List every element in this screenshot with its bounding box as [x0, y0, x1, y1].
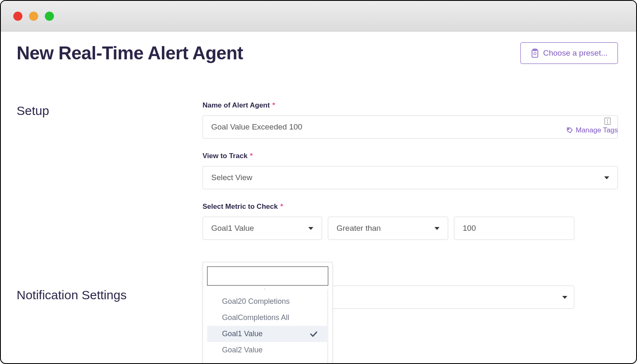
metric-select[interactable]: Goal1 Value	[203, 217, 322, 240]
metric-row: Goal1 Value Greater than	[203, 217, 618, 240]
preset-icon	[531, 49, 539, 58]
option-label: GoalCompletions All	[222, 313, 289, 322]
scroll-up-arrow-icon	[328, 290, 329, 292]
required-asterisk: *	[272, 101, 275, 110]
manage-tags-text: Manage Tags	[576, 126, 618, 134]
page-header: New Real-Time Alert Agent Choose a prese…	[17, 42, 618, 64]
dropdown-option[interactable]: Goal3 Value	[207, 358, 328, 363]
notification-section-label: Notification Settings	[17, 286, 203, 309]
view-to-track-field: View to Track * Select View	[203, 152, 618, 189]
tag-icon	[566, 127, 573, 134]
option-label: Goal19 Completions	[222, 289, 290, 290]
dropdown-option-selected[interactable]: Goal1 Value	[207, 326, 328, 342]
dropdown-search-input[interactable]	[207, 266, 328, 286]
metric-dropdown-panel: Goal19 Completions Goal20 Completions Go…	[203, 262, 333, 363]
content-area: New Real-Time Alert Agent Choose a prese…	[1, 32, 636, 363]
dropdown-option[interactable]: Goal19 Completions	[207, 289, 328, 293]
page-title: New Real-Time Alert Agent	[17, 43, 243, 64]
svg-point-4	[607, 122, 608, 123]
view-label: View to Track *	[203, 152, 618, 160]
required-asterisk: *	[280, 203, 283, 211]
dropdown-list: Goal19 Completions Goal20 Completions Go…	[207, 289, 328, 363]
titlebar	[1, 1, 636, 32]
view-select[interactable]: Select View	[203, 166, 618, 189]
window-close-button[interactable]	[13, 12, 22, 21]
option-label: Goal3 Value	[222, 362, 263, 363]
manage-tags-link[interactable]: Manage Tags	[566, 126, 618, 134]
choose-preset-label: Choose a preset...	[543, 49, 608, 58]
view-label-text: View to Track	[203, 152, 247, 160]
window-minimize-button[interactable]	[29, 12, 38, 21]
alert-name-input[interactable]	[203, 115, 618, 139]
metric-field: Select Metric to Check * Goal1 Value Gre…	[203, 203, 618, 240]
view-select-value: Select View	[211, 173, 252, 182]
window-zoom-button[interactable]	[45, 12, 54, 21]
alert-icon	[604, 117, 611, 125]
comparator-select-value: Greater than	[337, 224, 381, 233]
required-asterisk: *	[250, 152, 253, 160]
setup-section-label: Setup	[17, 101, 203, 240]
alert-name-label-text: Name of Alert Agent	[203, 101, 270, 110]
dropdown-scrollbar[interactable]	[327, 289, 328, 363]
metric-label: Select Metric to Check *	[203, 203, 618, 211]
metric-select-value: Goal1 Value	[211, 224, 254, 233]
option-label: Goal2 Value	[222, 346, 263, 354]
svg-point-5	[568, 129, 569, 129]
app-window: New Real-Time Alert Agent Choose a prese…	[0, 0, 637, 364]
setup-section: Setup Name of Alert Agent *	[17, 101, 618, 240]
metric-label-text: Select Metric to Check	[203, 203, 278, 211]
caret-down-icon	[604, 176, 609, 179]
setup-fields: Name of Alert Agent * Mana	[203, 101, 618, 240]
choose-preset-button[interactable]: Choose a preset...	[520, 42, 618, 64]
check-icon	[310, 331, 317, 337]
alert-name-label: Name of Alert Agent *	[203, 101, 618, 110]
threshold-input[interactable]	[454, 217, 574, 240]
caret-down-icon	[562, 296, 567, 299]
alert-name-field: Name of Alert Agent * Mana	[203, 101, 618, 139]
caret-down-icon	[308, 227, 313, 230]
dropdown-option[interactable]: Goal2 Value	[207, 342, 328, 358]
dropdown-option[interactable]: Goal20 Completions	[207, 293, 328, 310]
dropdown-option[interactable]: GoalCompletions All	[207, 310, 328, 326]
option-label: Goal1 Value	[222, 330, 263, 338]
caret-down-icon	[434, 227, 439, 230]
comparator-select[interactable]: Greater than	[328, 217, 448, 240]
option-label: Goal20 Completions	[222, 297, 290, 306]
